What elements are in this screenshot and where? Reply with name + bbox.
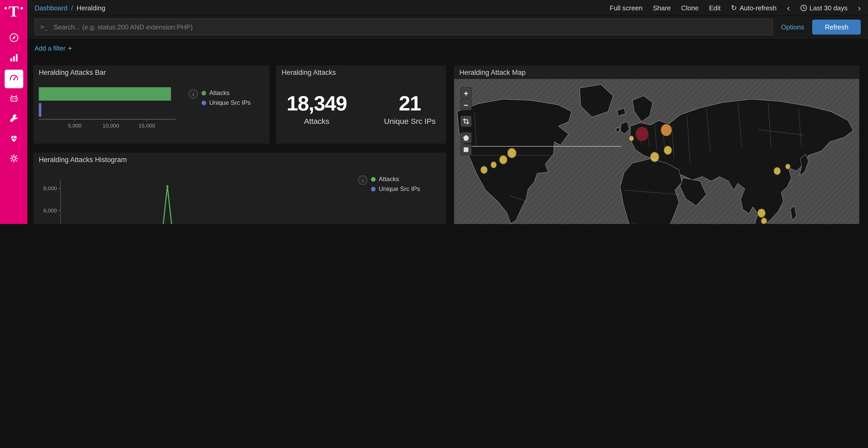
logo-square	[5, 7, 7, 9]
scandinavia	[632, 96, 653, 122]
query-bar: >_ Options Refresh	[27, 16, 868, 40]
compass-icon	[8, 32, 19, 45]
add-filter-link[interactable]: Add a filter	[35, 45, 66, 52]
attacks-bar-legend: › AttacksUnique Src IPs	[189, 89, 251, 109]
legend-label: Unique Src IPs	[209, 99, 251, 106]
telekom-logo[interactable]: T	[5, 4, 23, 19]
zoom-out-button[interactable]: −	[460, 99, 472, 110]
refresh-button[interactable]: Refresh	[812, 20, 861, 34]
search-input[interactable]	[53, 23, 767, 31]
wrench-icon	[8, 113, 19, 125]
auto-refresh-button[interactable]: ↻ Auto-refresh	[731, 4, 777, 12]
map-marker[interactable]	[664, 146, 672, 155]
attacks-histogram-chart[interactable]: 02,0004,0006,0008,0002018-10-28 02:00201…	[38, 170, 350, 224]
sidebar-item-visualize[interactable]	[4, 49, 23, 68]
metric-label: Attacks	[287, 117, 347, 126]
sidebar-item-devtools[interactable]	[4, 110, 23, 128]
breadcrumb-separator: /	[71, 4, 73, 12]
world-map-svg	[454, 79, 859, 224]
svg-text:5,000: 5,000	[68, 123, 82, 129]
map-marker[interactable]	[507, 148, 517, 158]
legend-item[interactable]: Unique Src IPs	[371, 185, 420, 193]
attacks-histogram-legend: › AttacksUnique Src IPs	[358, 175, 420, 195]
kibana-dashboard: T	[0, 0, 868, 224]
sidebar-item-sensors[interactable]	[4, 90, 23, 108]
panel-attacks-histogram: Heralding Attacks Histogram 02,0004,0006…	[33, 152, 446, 224]
map-marker[interactable]	[491, 162, 497, 168]
fit-bounds-button[interactable]	[460, 115, 472, 127]
search-box[interactable]: >_	[35, 19, 773, 35]
map-marker[interactable]	[480, 166, 488, 174]
share-button[interactable]: Share	[653, 4, 671, 12]
map-marker[interactable]	[661, 124, 672, 136]
panel-attack-map: Heralding Attack Map	[454, 65, 860, 224]
map-marker[interactable]	[636, 127, 649, 141]
map-marker[interactable]	[499, 156, 507, 164]
breadcrumb-current: Heralding	[76, 4, 105, 12]
svg-text:10,000: 10,000	[102, 123, 119, 129]
sidebar-item-monitoring[interactable]	[4, 130, 23, 148]
map-marker[interactable]	[629, 136, 634, 141]
time-picker-button[interactable]: Last 30 days	[800, 4, 847, 12]
legend-label: Attacks	[379, 175, 399, 183]
plus-icon[interactable]: +	[68, 45, 72, 52]
united-kingdom	[620, 122, 629, 134]
zoom-in-button[interactable]: +	[460, 87, 472, 99]
metric-attacks: 18,349 Attacks	[287, 92, 347, 126]
logo-t: T	[8, 4, 19, 19]
metric-value: 18,349	[287, 92, 347, 115]
refresh-cycle-icon: ↻	[731, 4, 737, 11]
options-link[interactable]: Options	[781, 23, 804, 31]
sidebar-item-management[interactable]	[4, 150, 23, 169]
legend-toggle-icon[interactable]: ›	[358, 175, 367, 185]
central-america	[511, 224, 540, 224]
sidebar-item-dashboard[interactable]	[4, 69, 23, 88]
svg-text:8,000: 8,000	[43, 185, 57, 191]
legend-label: Attacks	[209, 89, 230, 97]
metric-value: 21	[384, 92, 436, 115]
svg-text:6,000: 6,000	[43, 207, 57, 213]
clock-icon	[800, 4, 807, 11]
sidebar-item-discover[interactable]	[4, 29, 23, 48]
arabia	[680, 178, 706, 206]
legend-swatch	[371, 186, 376, 191]
time-forward-button[interactable]: ›	[858, 3, 861, 12]
metric-unique-src-ips: 21 Unique Src IPs	[384, 92, 436, 126]
map-marker[interactable]	[785, 164, 790, 169]
edit-button[interactable]: Edit	[709, 4, 721, 12]
rectangle-tool-button[interactable]	[460, 144, 472, 156]
panel-attacks-bar: Heralding Attacks Bar 5,00010,00015,000 …	[33, 65, 270, 144]
legend-item[interactable]: Attacks	[371, 175, 420, 183]
legend-item[interactable]: Attacks	[202, 89, 251, 97]
filter-bar: Add a filter +	[27, 40, 868, 58]
map-controls: + −	[460, 87, 472, 156]
panel-title: Heralding Attack Map	[454, 66, 859, 78]
map-marker[interactable]	[764, 223, 768, 224]
sidebar: T	[0, 0, 27, 224]
legend-toggle-icon[interactable]: ›	[189, 89, 198, 99]
attacks-bar-chart[interactable]: 5,00010,00015,000	[37, 85, 197, 139]
robot-icon	[8, 93, 19, 105]
philippines	[790, 206, 797, 221]
world-map[interactable]: + − Count	[454, 79, 859, 224]
logo-square	[21, 7, 23, 9]
legend-label: Unique Src IPs	[379, 185, 420, 193]
time-back-button[interactable]: ‹	[787, 3, 790, 12]
map-marker[interactable]	[774, 167, 781, 175]
map-marker[interactable]	[650, 152, 659, 162]
breadcrumb-dashboard[interactable]: Dashboard	[35, 4, 67, 12]
africa	[620, 159, 682, 224]
metric-group: 18,349 Attacks 21 Unique Src IPs	[276, 92, 446, 126]
sidebar-nav	[4, 29, 23, 169]
clone-button[interactable]: Clone	[681, 4, 699, 12]
panel-attacks-metric: Heralding Attacks 18,349 Attacks 21 Uniq…	[276, 65, 446, 144]
top-nav: Dashboard / Heralding Full screen Share …	[27, 0, 868, 16]
heartbeat-icon	[8, 133, 19, 145]
map-marker[interactable]	[757, 208, 766, 217]
legend-item[interactable]: Unique Src IPs	[202, 99, 251, 106]
greenland	[580, 84, 613, 117]
svg-text:15,000: 15,000	[138, 123, 155, 129]
fullscreen-button[interactable]: Full screen	[610, 4, 643, 12]
polygon-tool-button[interactable]	[460, 132, 472, 143]
ireland	[616, 127, 619, 132]
